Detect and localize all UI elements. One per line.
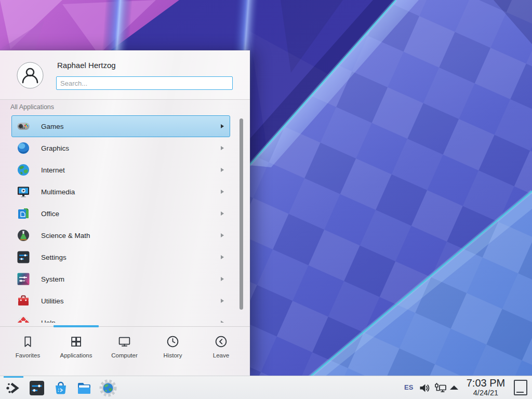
submenu-arrow-icon [221, 190, 224, 194]
category-games[interactable]: Games [11, 115, 230, 137]
category-multimedia[interactable]: Multimedia [11, 181, 230, 203]
history-icon [166, 335, 180, 349]
tab-label: Applications [60, 352, 92, 358]
tab-label: Leave [213, 352, 229, 358]
tab-leave[interactable]: Leave [197, 328, 245, 370]
submenu-arrow-icon [221, 255, 224, 259]
system-settings-icon[interactable] [28, 379, 46, 397]
category-label: Help [41, 319, 221, 323]
digital-clock[interactable]: 7:03 PM 4/24/21 [464, 377, 508, 397]
submenu-arrow-icon [221, 146, 224, 150]
launcher-header: Raphael Hertzog [0, 50, 250, 100]
keyboard-layout-indicator[interactable]: ES [404, 383, 413, 391]
category-help[interactable]: Help [11, 312, 230, 323]
discover-icon[interactable] [51, 379, 70, 397]
category-list: Games Graphics Internet [0, 115, 250, 323]
application-launcher-menu: Raphael Hertzog All Applications [0, 50, 250, 376]
settings-icon [17, 250, 30, 264]
help-icon [17, 316, 30, 323]
category-utilities[interactable]: Utilities [11, 290, 230, 312]
expand-tray-caret[interactable] [450, 385, 458, 390]
submenu-arrow-icon [221, 299, 224, 303]
list-scrollbar[interactable] [240, 118, 243, 310]
games-icon [17, 119, 30, 133]
submenu-arrow-icon [221, 277, 224, 281]
volume-icon[interactable] [419, 382, 430, 394]
submenu-arrow-icon [221, 168, 224, 172]
show-desktop-line [516, 392, 524, 393]
category-label: System [41, 275, 221, 283]
launcher-tabbar: Favorites Applications Computer [4, 328, 245, 370]
clock-time: 7:03 PM [464, 377, 508, 389]
user-avatar[interactable] [17, 62, 44, 89]
launcher-active-indicator [4, 376, 23, 378]
category-label: Graphics [41, 144, 221, 152]
graphics-icon [17, 141, 30, 155]
search-input[interactable] [56, 76, 233, 90]
tab-history[interactable]: History [149, 328, 197, 370]
leave-icon [214, 335, 228, 349]
show-desktop-button[interactable] [514, 380, 527, 395]
office-icon [17, 207, 30, 220]
desktop: Raphael Hertzog All Applications [0, 0, 532, 399]
user-name: Raphael Hertzog [57, 61, 116, 70]
app-launcher-icon[interactable] [4, 379, 23, 397]
category-science-math[interactable]: Science & Math [11, 224, 230, 246]
category-label: Games [41, 123, 221, 130]
category-label: Science & Math [41, 232, 221, 240]
tab-favorites[interactable]: Favorites [4, 328, 52, 370]
tab-label: Computer [111, 352, 138, 358]
submenu-arrow-icon [221, 321, 224, 323]
section-label: All Applications [10, 103, 54, 111]
favorites-icon [21, 335, 35, 349]
submenu-arrow-icon [221, 233, 224, 237]
submenu-arrow-icon [221, 211, 224, 216]
taskbar: ES 7:03 PM 4/24/21 [0, 376, 532, 399]
category-system[interactable]: System [11, 268, 230, 290]
multimedia-icon [17, 185, 30, 198]
category-label: Multimedia [41, 188, 221, 196]
science-icon [17, 229, 30, 242]
category-settings[interactable]: Settings [11, 246, 230, 268]
tab-applications[interactable]: Applications [52, 328, 100, 370]
tabbar-separator [0, 326, 250, 327]
submenu-arrow-icon [221, 124, 224, 128]
category-label: Office [41, 210, 221, 218]
category-label: Internet [41, 166, 221, 174]
category-office[interactable]: Office [11, 203, 230, 224]
category-label: Utilities [41, 297, 221, 305]
network-icon[interactable] [434, 382, 447, 394]
applications-icon [69, 335, 83, 349]
internet-icon [17, 163, 30, 177]
utilities-icon [17, 294, 30, 308]
clock-date: 4/24/21 [464, 389, 508, 397]
computer-icon [117, 335, 131, 349]
tab-label: History [164, 352, 182, 358]
dolphin-icon[interactable] [75, 379, 94, 397]
active-tab-indicator [54, 325, 99, 327]
category-label: Settings [41, 254, 221, 261]
web-browser-icon[interactable] [99, 379, 117, 397]
tab-computer[interactable]: Computer [100, 328, 149, 370]
category-graphics[interactable]: Graphics [11, 137, 230, 159]
system-icon [17, 272, 30, 286]
tab-label: Favorites [16, 352, 40, 358]
category-internet[interactable]: Internet [11, 159, 230, 181]
